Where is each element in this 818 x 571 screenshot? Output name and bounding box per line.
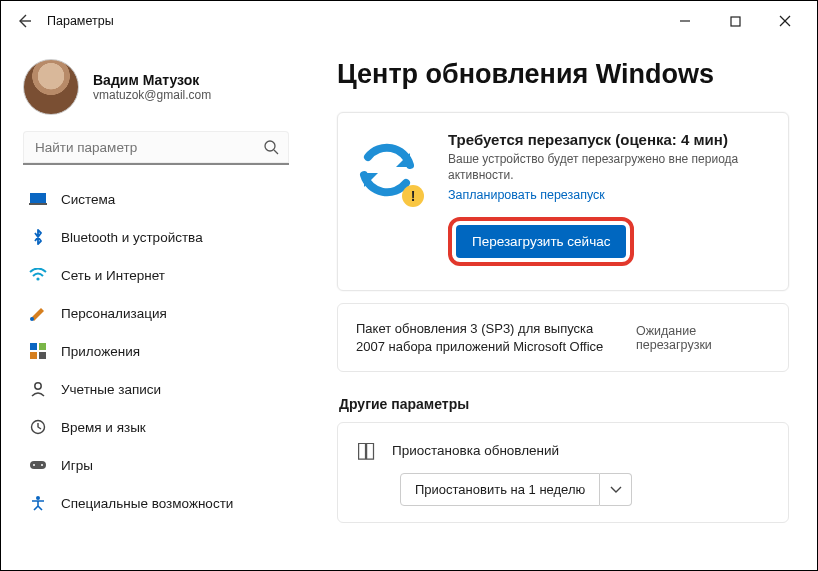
app-title: Параметры <box>47 14 114 28</box>
close-icon <box>779 15 791 27</box>
svg-line-5 <box>274 150 278 154</box>
minimize-icon <box>679 15 691 27</box>
svg-rect-6 <box>30 193 46 203</box>
sidebar-item-label: Сеть и Интернет <box>61 268 165 283</box>
svg-point-14 <box>35 383 41 389</box>
sidebar-item-label: Учетные записи <box>61 382 161 397</box>
pause-select-dropdown[interactable] <box>600 473 632 506</box>
svg-rect-7 <box>29 203 47 205</box>
restart-card: ! Требуется перезапуск (оценка: 4 мин) В… <box>337 112 789 291</box>
search-input[interactable] <box>23 131 289 165</box>
svg-rect-16 <box>30 461 46 469</box>
svg-rect-13 <box>39 352 46 359</box>
warning-badge-icon: ! <box>402 185 424 207</box>
svg-rect-12 <box>30 352 37 359</box>
back-button[interactable] <box>7 4 41 38</box>
page-title: Центр обновления Windows <box>337 59 789 90</box>
window-controls <box>665 6 811 36</box>
restart-button-highlight: Перезагрузить сейчас <box>448 217 634 266</box>
account-name: Вадим Матузок <box>93 72 211 88</box>
maximize-button[interactable] <box>715 6 755 36</box>
search-icon <box>263 139 279 155</box>
svg-rect-1 <box>731 17 740 26</box>
clock-icon <box>29 418 47 436</box>
restart-subtitle: Ваше устройство будет перезагружено вне … <box>448 152 768 183</box>
other-params-title: Другие параметры <box>339 396 789 412</box>
account-block[interactable]: Вадим Матузок vmatuzok@gmail.com <box>19 49 293 131</box>
maximize-icon <box>730 16 741 27</box>
pause-select[interactable]: Приостановить на 1 неделю <box>400 473 770 506</box>
wifi-icon <box>29 266 47 284</box>
svg-point-4 <box>265 141 275 151</box>
sidebar-item-label: Приложения <box>61 344 140 359</box>
brush-icon <box>29 304 47 322</box>
sidebar-item-time[interactable]: Время и язык <box>19 409 293 445</box>
arrow-left-icon <box>16 13 32 29</box>
sidebar-item-label: Игры <box>61 458 93 473</box>
sidebar-item-personalization[interactable]: Персонализация <box>19 295 293 331</box>
sidebar-item-bluetooth[interactable]: Bluetooth и устройства <box>19 219 293 255</box>
sidebar-item-label: Время и язык <box>61 420 146 435</box>
sidebar-item-apps[interactable]: Приложения <box>19 333 293 369</box>
close-button[interactable] <box>765 6 805 36</box>
sidebar-item-accounts[interactable]: Учетные записи <box>19 371 293 407</box>
sidebar-item-network[interactable]: Сеть и Интернет <box>19 257 293 293</box>
person-icon <box>29 380 47 398</box>
minimize-button[interactable] <box>665 6 705 36</box>
svg-point-19 <box>36 496 40 500</box>
titlebar: Параметры <box>1 1 817 41</box>
svg-point-18 <box>41 464 43 466</box>
sidebar-item-label: Система <box>61 192 115 207</box>
avatar <box>23 59 79 115</box>
search-box[interactable] <box>23 131 289 165</box>
svg-point-17 <box>33 464 35 466</box>
sidebar-item-games[interactable]: Игры <box>19 447 293 483</box>
restart-now-button[interactable]: Перезагрузить сейчас <box>456 225 626 258</box>
svg-rect-10 <box>30 343 37 350</box>
nav: Система Bluetooth и устройства Сеть и Ин… <box>19 181 293 521</box>
bluetooth-icon <box>29 228 47 246</box>
svg-point-8 <box>36 277 39 280</box>
sidebar-item-label: Bluetooth и устройства <box>61 230 203 245</box>
content: Центр обновления Windows ! Требуется пер… <box>301 41 817 570</box>
update-item-status: Ожидание перезагрузки <box>636 324 770 352</box>
pause-icon: ▯▯ <box>356 437 372 463</box>
svg-rect-11 <box>39 343 46 350</box>
svg-point-9 <box>30 317 34 321</box>
sidebar-item-label: Персонализация <box>61 306 167 321</box>
update-icon: ! <box>352 135 422 205</box>
accessibility-icon <box>29 494 47 512</box>
pause-updates-card: ▯▯ Приостановка обновлений Приостановить… <box>337 422 789 523</box>
apps-icon <box>29 342 47 360</box>
sidebar-item-system[interactable]: Система <box>19 181 293 217</box>
sidebar: Вадим Матузок vmatuzok@gmail.com Система… <box>1 41 301 570</box>
schedule-restart-link[interactable]: Запланировать перезапуск <box>448 188 605 202</box>
update-item-name: Пакет обновления 3 (SP3) для выпуска 200… <box>356 320 616 355</box>
pause-label: Приостановка обновлений <box>392 443 559 458</box>
account-email: vmatuzok@gmail.com <box>93 88 211 102</box>
pause-select-value[interactable]: Приостановить на 1 неделю <box>400 473 600 506</box>
update-item-row[interactable]: Пакет обновления 3 (SP3) для выпуска 200… <box>337 303 789 372</box>
gamepad-icon <box>29 456 47 474</box>
sidebar-item-accessibility[interactable]: Специальные возможности <box>19 485 293 521</box>
sidebar-item-label: Специальные возможности <box>61 496 233 511</box>
chevron-down-icon <box>610 486 622 494</box>
monitor-icon <box>29 190 47 208</box>
restart-heading: Требуется перезапуск (оценка: 4 мин) <box>448 131 770 148</box>
